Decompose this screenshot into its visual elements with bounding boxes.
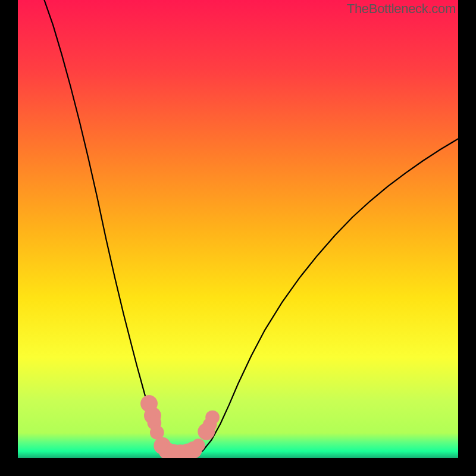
bottleneck-chart	[18, 0, 458, 458]
valley-marker	[192, 439, 205, 452]
watermark-label: TheBottleneck.com	[347, 1, 456, 17]
valley-marker	[205, 411, 220, 425]
chart-background	[18, 0, 458, 458]
